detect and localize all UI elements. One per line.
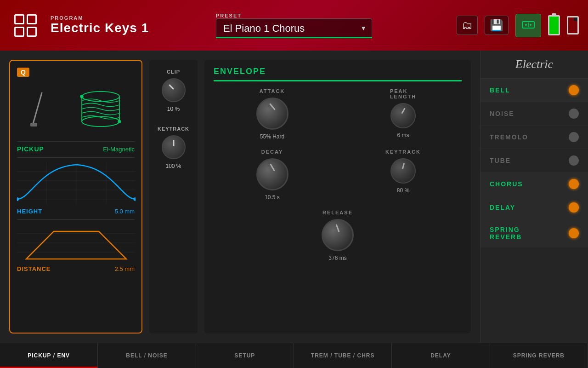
midi-icon	[521, 18, 535, 32]
fx-tube[interactable]: TUBE	[481, 149, 588, 172]
svg-point-1	[525, 24, 527, 26]
preset-label: PRESET	[216, 13, 372, 18]
peak-control: PEAKLENGTH 6 ms	[345, 88, 462, 140]
q-label: Q	[17, 68, 29, 77]
fx-delay-label: DELAY	[490, 204, 515, 211]
envelope-controls: ATTACK 55% Hard PEAKLENGTH 6 ms DECAY 10…	[214, 88, 462, 261]
preset-dropdown[interactable]: El Piano 1 Chorus	[216, 18, 372, 38]
peak-value: 6 ms	[397, 132, 409, 138]
open-button[interactable]: 🗂	[457, 16, 478, 35]
clip-value: 10 %	[167, 106, 180, 112]
battery-icon	[548, 15, 560, 35]
program-name: Electric Keys 1	[51, 21, 149, 35]
decay-control: DECAY 10.5 s	[214, 149, 331, 201]
tab-spring-reverb[interactable]: SPRING REVERB	[490, 343, 588, 368]
svg-line-4	[33, 93, 42, 125]
release-knob[interactable]	[322, 219, 354, 251]
svg-point-10	[80, 95, 83, 98]
fx-tube-toggle[interactable]	[569, 155, 579, 166]
fx-spring-reverb[interactable]: SPRINGREVERB	[481, 219, 588, 247]
height-section: HEIGHT 5.0 mm	[17, 157, 135, 215]
distance-param-row: DISTANCE 2.5 mm	[17, 265, 135, 272]
save-button[interactable]: 💾	[485, 16, 509, 35]
tab-delay[interactable]: DELAY	[392, 343, 490, 368]
fx-spring-reverb-toggle[interactable]	[569, 228, 579, 238]
svg-rect-5	[30, 123, 37, 126]
fx-bell-label: BELL	[490, 86, 510, 94]
fx-tremolo-toggle[interactable]	[569, 132, 579, 142]
fx-chorus-label: CHORUS	[490, 180, 523, 188]
pickup-arm-icon	[28, 88, 56, 130]
release-value: 376 ms	[328, 255, 346, 261]
preset-arrow-icon: ▼	[360, 24, 367, 32]
program-label: PROGRAM	[51, 15, 149, 21]
svg-point-20	[134, 197, 136, 201]
height-label: HEIGHT	[17, 208, 42, 215]
fx-noise-label: NOISE	[490, 110, 514, 117]
coil-icon	[78, 86, 124, 132]
fx-bell-toggle[interactable]	[569, 85, 579, 95]
svg-point-19	[17, 197, 19, 201]
svg-point-11	[118, 120, 121, 123]
clip-knob[interactable]	[162, 78, 186, 102]
midi-button[interactable]	[515, 14, 541, 37]
fx-chorus[interactable]: CHORUS	[481, 172, 588, 196]
pickup-label-row: PICKUP El-Magnetic	[17, 141, 135, 153]
keytrack-env-control: KEYTRACK 80 %	[345, 149, 462, 201]
tab-bell-noise[interactable]: BELL / NOISE	[98, 343, 196, 368]
logo-sq-3	[14, 27, 24, 37]
attack-knob[interactable]	[256, 98, 288, 130]
tab-pickup-env-label: PICKUP / ENV	[28, 352, 70, 359]
header-actions: 🗂 💾	[457, 14, 579, 37]
height-curve	[17, 162, 136, 204]
fx-delay[interactable]: DELAY	[481, 196, 588, 219]
fx-noise[interactable]: NOISE	[481, 102, 588, 126]
keytrack-env-knob[interactable]	[390, 158, 416, 184]
svg-point-7	[82, 116, 119, 126]
app-logo	[9, 9, 41, 41]
svg-point-6	[82, 92, 119, 102]
height-value: 5.0 mm	[115, 208, 135, 215]
tab-setup-label: SETUP	[234, 352, 255, 359]
keytrack-label: KEYTRACK	[158, 126, 189, 132]
fx-bell[interactable]: BELL	[481, 79, 588, 102]
release-control: RELEASE 376 ms	[322, 210, 354, 261]
attack-control: ATTACK 55% Hard	[214, 88, 331, 140]
decay-value: 10.5 s	[265, 194, 280, 201]
fx-chorus-toggle[interactable]	[569, 179, 579, 189]
decay-label: DECAY	[261, 149, 283, 155]
pickup-module: Q	[9, 60, 142, 334]
pickup-label: PICKUP	[17, 145, 44, 153]
main-content: Q	[0, 51, 588, 343]
left-panel: Q	[0, 51, 480, 343]
logo-sq-1	[14, 14, 24, 24]
peak-label: PEAKLENGTH	[390, 88, 416, 99]
fx-tremolo-label: TREMOLO	[490, 133, 528, 141]
svg-point-2	[530, 24, 531, 26]
tab-bell-noise-label: BELL / NOISE	[126, 352, 167, 359]
tab-setup[interactable]: SETUP	[196, 343, 294, 368]
peak-knob[interactable]	[390, 103, 416, 128]
keytrack-env-value: 80 %	[397, 187, 409, 194]
distance-trapezoid	[17, 224, 136, 261]
tab-spring-reverb-label: SPRING REVERB	[513, 352, 565, 359]
fx-delay-toggle[interactable]	[569, 202, 579, 213]
release-label: RELEASE	[322, 210, 353, 215]
tab-delay-label: DELAY	[430, 352, 451, 359]
tab-trem-tube-chrs[interactable]: TREM / TUBE / CHRS	[294, 343, 392, 368]
pickup-visual	[17, 81, 135, 137]
fx-noise-toggle[interactable]	[569, 109, 579, 119]
logo-sq-2	[27, 14, 37, 24]
fx-tube-label: TUBE	[490, 157, 511, 164]
distance-label: DISTANCE	[17, 265, 51, 272]
clip-control: CLIP 10 %	[162, 69, 186, 112]
keytrack-knob[interactable]	[162, 135, 186, 159]
distance-section: DISTANCE 2.5 mm	[17, 219, 135, 272]
decay-knob[interactable]	[256, 158, 288, 190]
fx-spring-reverb-label: SPRINGREVERB	[490, 226, 522, 241]
tab-pickup-env[interactable]: PICKUP / ENV	[0, 343, 98, 368]
envelope-header: ENVELOPE	[214, 67, 462, 81]
right-panel: Electric BELL NOISE TREMOLO TUBE CHORUS …	[480, 51, 588, 343]
pickup-value: El-Magnetic	[103, 146, 135, 153]
fx-tremolo[interactable]: TREMOLO	[481, 126, 588, 149]
